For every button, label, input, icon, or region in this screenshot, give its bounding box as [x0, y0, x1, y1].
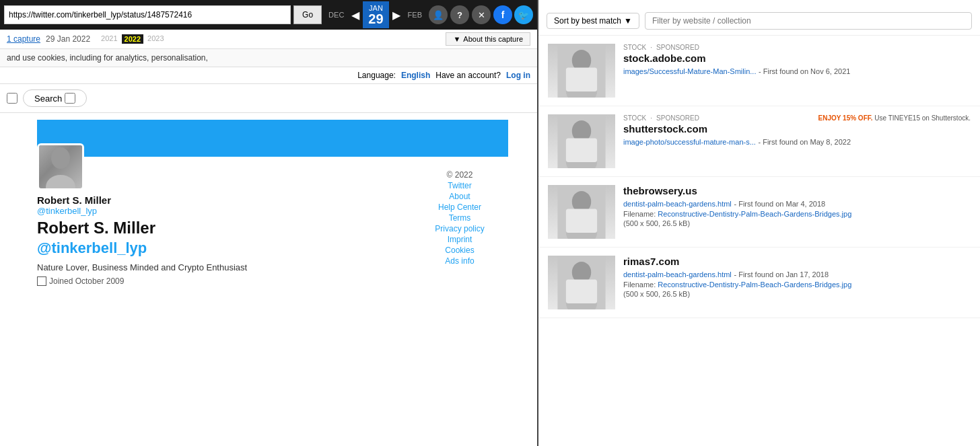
- result-thumbnail: [548, 256, 615, 309]
- go-button[interactable]: Go: [293, 5, 322, 24]
- prev-arrow[interactable]: ◀: [349, 9, 361, 22]
- profile-section: Robert S. Miller @tinkerbell_lyp Robert …: [0, 157, 537, 293]
- twitter-icon[interactable]: 🐦: [514, 5, 533, 24]
- discount-text: ENJOY 15% OFF.: [818, 114, 873, 122]
- footer-about-link[interactable]: About: [419, 192, 500, 201]
- result-tags: STOCK · SPONSORED: [623, 44, 971, 51]
- filename-link[interactable]: Reconstructive-Dentistry-Palm-Beach-Gard…: [658, 210, 851, 218]
- joined-text: Joined October 2009: [49, 276, 124, 286]
- person-svg: [555, 185, 608, 239]
- search-bar: Search: [0, 84, 537, 113]
- result-filesize: (500 x 500, 26.5 kB): [623, 219, 971, 227]
- footer-imprint-link[interactable]: Imprint: [419, 235, 500, 244]
- results-container: STOCK · SPONSORED stock.adobe.com images…: [538, 36, 980, 318]
- user-icon[interactable]: 👤: [429, 5, 448, 24]
- tag-sponsored: SPONSORED: [656, 114, 699, 122]
- discount-badge: ENJOY 15% OFF. Use TINEYE15 on Shutterst…: [818, 114, 971, 122]
- result-item: rimas7.com dentist-palm-beach-gardens.ht…: [538, 248, 980, 318]
- footer-twitter-link[interactable]: Twitter: [419, 181, 500, 190]
- footer-privacy-link[interactable]: Privacy policy: [419, 224, 500, 233]
- right-panel: Sort by best match ▼ STOCK · SPONSORED s…: [538, 0, 980, 446]
- result-meta: - First found on May 8, 2022: [758, 138, 851, 146]
- year-2021: 2021: [101, 34, 117, 44]
- result-url[interactable]: images/Successful-Mature-Man-Smilin...: [623, 67, 756, 75]
- language-select[interactable]: English: [401, 71, 430, 80]
- filter-input[interactable]: [645, 12, 972, 30]
- result-url-line: dentist-palm-beach-gardens.html - First …: [623, 269, 971, 279]
- active-month-block: JAN 29: [363, 1, 388, 28]
- social-icons: f 🐦: [493, 5, 533, 24]
- profile-footer: © 2022 Twitter About Help Center Terms P…: [419, 163, 500, 286]
- result-url[interactable]: dentist-palm-beach-gardens.html: [623, 200, 732, 208]
- result-thumbnail: [548, 114, 615, 168]
- result-url[interactable]: image-photo/successful-mature-man-s...: [623, 138, 756, 146]
- result-thumbnail: [548, 185, 615, 239]
- result-meta: - First found on Nov 6, 2021: [759, 67, 850, 75]
- month-feb: FEB: [404, 9, 426, 20]
- close-icon[interactable]: ✕: [472, 5, 491, 24]
- active-day-label: 29: [368, 12, 383, 26]
- url-input[interactable]: [4, 5, 291, 24]
- footer-cookies-link[interactable]: Cookies: [419, 246, 500, 255]
- result-info: thebrowsery.us dentist-palm-beach-garden…: [623, 185, 971, 227]
- sort-dropdown[interactable]: Sort by best match ▼: [547, 13, 639, 29]
- result-url-line: images/Successful-Mature-Man-Smilin... -…: [623, 66, 971, 76]
- footer-ads-link[interactable]: Ads info: [419, 256, 500, 266]
- chevron-down-icon: ▼: [453, 35, 460, 43]
- wayback-toolbar: Go DEC ◀ JAN 29 ▶ FEB 👤 ? ✕ f 🐦: [0, 0, 537, 30]
- left-panel: Go DEC ◀ JAN 29 ▶ FEB 👤 ? ✕ f 🐦 1 captur…: [0, 0, 538, 446]
- profile-name-large: Robert S. Miller: [37, 219, 406, 238]
- login-link[interactable]: Log in: [506, 71, 530, 80]
- result-domain: stock.adobe.com: [623, 52, 971, 64]
- calendar-nav: DEC ◀ JAN 29 ▶ FEB: [324, 1, 426, 28]
- footer-help-link[interactable]: Help Center: [419, 202, 500, 212]
- next-arrow[interactable]: ▶: [390, 9, 403, 22]
- profile-bio: Nature Lover, Business Minded and Crypto…: [37, 262, 406, 272]
- profile-header-banner: [37, 120, 508, 157]
- joined-checkbox: [37, 276, 46, 286]
- search-inline-checkbox[interactable]: [65, 93, 75, 104]
- profile-name: Robert S. Miller: [37, 194, 406, 206]
- person-svg: [555, 256, 608, 309]
- footer-terms-link[interactable]: Terms: [419, 213, 500, 223]
- svg-point-0: [51, 147, 70, 169]
- cookie-text: and use cookies, including for analytics…: [7, 53, 208, 63]
- language-label: Language:: [357, 71, 396, 80]
- avatar: [37, 143, 84, 190]
- result-filename: Filename: Reconstructive-Dentistry-Palm-…: [623, 281, 971, 289]
- help-icon[interactable]: ?: [450, 5, 469, 24]
- filename-link[interactable]: Reconstructive-Dentistry-Palm-Beach-Gard…: [658, 281, 851, 289]
- toolbar-icons: 👤 ? ✕: [429, 5, 491, 24]
- facebook-icon[interactable]: f: [493, 5, 512, 24]
- avatar-image: [39, 145, 82, 188]
- svg-rect-9: [566, 139, 597, 163]
- profile-handle-large[interactable]: @tinkerbell_lyp: [37, 239, 406, 257]
- sort-label: Sort by best match: [554, 16, 621, 26]
- result-domain: rimas7.com: [623, 256, 971, 267]
- profile-handle[interactable]: @tinkerbell_lyp: [37, 206, 406, 216]
- search-checkbox[interactable]: [7, 93, 18, 104]
- language-bar: Language: English Have an account? Log i…: [0, 67, 537, 84]
- result-domain: thebrowsery.us: [623, 185, 971, 196]
- thumbnail-person: [548, 256, 615, 309]
- year-2022: 2022: [122, 34, 143, 44]
- search-input-wrapper[interactable]: Search: [23, 89, 87, 107]
- tag-dot: ·: [650, 44, 652, 51]
- tag-stock: STOCK: [623, 44, 646, 51]
- result-meta: - First found on Mar 4, 2018: [734, 200, 825, 208]
- result-url[interactable]: dentist-palm-beach-gardens.html: [623, 270, 732, 278]
- result-info: STOCK · SPONSORED stock.adobe.com images…: [623, 44, 971, 76]
- result-item: STOCK · SPONSORED ENJOY 15% OFF. Use TIN…: [538, 106, 980, 177]
- tag-dot: ·: [650, 114, 652, 122]
- about-capture-button[interactable]: ▼ About this capture: [446, 32, 530, 46]
- person-svg: [555, 114, 608, 168]
- cookie-banner: and use cookies, including for analytics…: [0, 49, 537, 67]
- svg-point-1: [46, 175, 75, 190]
- result-filesize: (500 x 500, 26.5 kB): [623, 290, 971, 298]
- tag-sponsored: SPONSORED: [656, 44, 699, 51]
- right-toolbar: Sort by best match ▼: [538, 7, 980, 36]
- svg-rect-13: [566, 209, 597, 233]
- capture-count-link[interactable]: 1 capture: [7, 34, 40, 44]
- result-item: thebrowsery.us dentist-palm-beach-garden…: [538, 177, 980, 248]
- capture-banner: 1 capture 29 Jan 2022 2021 2022 2023 ▼ A…: [0, 30, 537, 49]
